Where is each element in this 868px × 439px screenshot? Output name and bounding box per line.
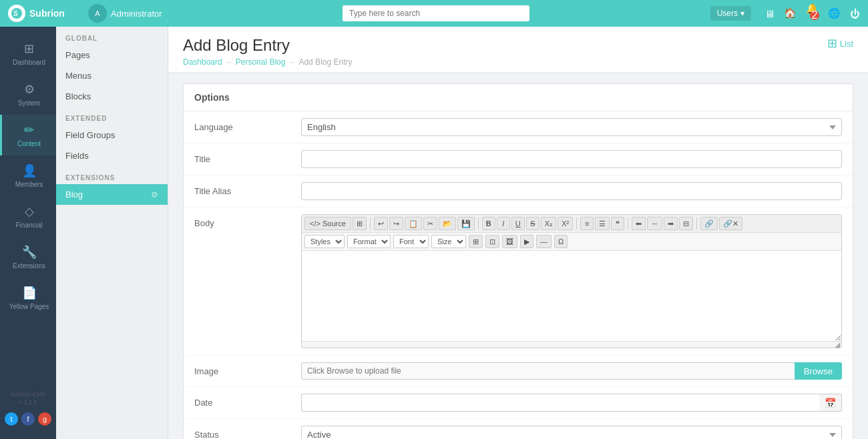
ordered-list-button[interactable]: ☰ <box>595 217 610 230</box>
title-alias-field <box>301 182 842 200</box>
copy-button[interactable]: 📋 <box>405 217 422 230</box>
subscript-button[interactable]: X₂ <box>541 217 556 230</box>
save-button[interactable]: 💾 <box>457 217 475 230</box>
sidebar-item-fields[interactable]: Fields <box>56 145 168 166</box>
browse-button[interactable]: Browse <box>795 362 842 380</box>
breadcrumb-current: Add Blog Entry <box>298 57 352 67</box>
breadcrumb-personal-blog[interactable]: Personal Blog <box>236 57 286 67</box>
sidebar-item-system[interactable]: ⚙ System <box>0 74 56 115</box>
users-chevron-icon: ▾ <box>740 9 744 18</box>
facebook-icon[interactable]: f <box>21 412 35 426</box>
extended-section-title: EXTENDED <box>56 107 168 125</box>
users-dropdown[interactable]: Users ▾ <box>710 6 751 21</box>
admin-avatar: A <box>88 4 107 23</box>
sep4 <box>628 217 628 230</box>
sidebar-item-pages[interactable]: Pages <box>56 45 168 65</box>
logo[interactable]: S Subrion <box>8 5 75 22</box>
users-label: Users <box>717 9 738 18</box>
sidebar-footer: Subrion CMSv 3.1.5 t f g <box>0 384 56 432</box>
notification-badge: 2 <box>810 11 819 20</box>
cut-button[interactable]: ✂ <box>423 217 437 230</box>
admin-info: A Administrator <box>88 4 162 23</box>
align-left-button[interactable]: ⬅ <box>632 217 646 230</box>
editor-body[interactable] <box>302 251 841 341</box>
topbar: S Subrion A Administrator Users ▾ 🖥 🏠 🔔 … <box>0 0 868 27</box>
underline-button[interactable]: U <box>511 217 525 230</box>
twitter-icon[interactable]: t <box>5 412 18 426</box>
table-button[interactable]: ⊞ <box>469 235 483 248</box>
language-field: English French German Spanish <box>301 118 842 136</box>
breadcrumb: Dashboard → Personal Blog → Add Blog Ent… <box>183 57 352 67</box>
undo-button[interactable]: ↩ <box>374 217 388 230</box>
sidebar-item-menus[interactable]: Menus <box>56 65 168 86</box>
version-text: Subrion CMSv 3.1.5 <box>10 390 46 407</box>
sidebar-item-blocks[interactable]: Blocks <box>56 86 168 107</box>
logo-icon: S <box>8 5 25 22</box>
font-select[interactable]: Font <box>393 235 429 248</box>
title-input[interactable] <box>301 150 842 168</box>
redo-button[interactable]: ↪ <box>389 217 403 230</box>
list-button[interactable]: ⊞ List <box>827 36 853 51</box>
title-alias-input[interactable] <box>301 182 842 200</box>
date-field: 2014-04-11 00:37:10 📅 <box>301 394 842 412</box>
content-icon: ✏ <box>24 123 34 137</box>
align-right-button[interactable]: ➡ <box>664 217 678 230</box>
table-insert-button[interactable]: ⊡ <box>485 235 499 248</box>
video-button[interactable]: ▶ <box>520 235 533 248</box>
gplus-icon[interactable]: g <box>38 412 51 426</box>
list-grid-icon: ⊞ <box>827 36 837 51</box>
breadcrumb-dashboard[interactable]: Dashboard <box>183 57 222 67</box>
power-icon[interactable]: ⏻ <box>850 8 860 19</box>
body-field: </> Source ⊞ ↩ ↪ 📋 ✂ 📂 💾 B I <box>301 214 842 348</box>
sidebar-item-extensions[interactable]: 🔧 Extensions <box>0 237 56 278</box>
date-label: Date <box>194 394 301 408</box>
blockquote-button[interactable]: ❝ <box>611 217 624 230</box>
format-select[interactable]: Format <box>347 235 391 248</box>
image-input[interactable] <box>301 362 795 380</box>
link-button[interactable]: 🔗 <box>700 217 718 230</box>
sidebar-label-dashboard: Dashboard <box>13 59 45 66</box>
sidebar-item-dashboard[interactable]: ⊞ Dashboard <box>0 33 56 74</box>
language-select[interactable]: English French German Spanish <box>301 118 842 136</box>
sidebar-item-financial[interactable]: ◇ Financial <box>0 196 56 237</box>
sidebar-item-content[interactable]: ✏ Content <box>0 115 56 155</box>
sidebar-label-financial: Financial <box>15 222 42 229</box>
flag-icon[interactable]: 🔔 2 <box>806 3 819 24</box>
page-header: Add Blog Entry Dashboard → Personal Blog… <box>168 27 868 73</box>
home-icon[interactable]: 🏠 <box>784 7 797 19</box>
sidebar-item-members[interactable]: 👤 Members <box>0 155 56 196</box>
title-row: Title <box>184 143 853 175</box>
extensions-section-title: EXTENSIONS <box>56 166 168 184</box>
align-center-button[interactable]: ↔ <box>647 217 662 230</box>
template-button[interactable]: ⊞ <box>353 217 367 230</box>
sep3 <box>576 217 577 230</box>
blog-gear-icon[interactable]: ⚙ <box>151 190 158 199</box>
superscript-button[interactable]: X² <box>558 217 573 230</box>
bold-button[interactable]: B <box>482 217 495 230</box>
search-input[interactable] <box>343 5 489 21</box>
image-insert-button[interactable]: 🖼 <box>502 235 517 248</box>
image-field: Browse <box>301 362 842 380</box>
image-row: Image Browse <box>184 356 853 387</box>
sidebar-item-field-groups[interactable]: Field Groups <box>56 125 168 145</box>
paste-button[interactable]: 📂 <box>439 217 456 230</box>
monitor-icon[interactable]: 🖥 <box>765 8 775 19</box>
calendar-button[interactable]: 📅 <box>819 394 842 412</box>
horizontal-rule-button[interactable]: — <box>536 235 552 248</box>
italic-button[interactable]: I <box>497 217 510 230</box>
unlink-button[interactable]: 🔗✕ <box>719 217 742 230</box>
globe-icon[interactable]: 🌐 <box>828 7 841 19</box>
source-button[interactable]: </> Source <box>304 217 351 230</box>
align-justify-button[interactable]: ⊟ <box>679 217 693 230</box>
editor-wrapper: </> Source ⊞ ↩ ↪ 📋 ✂ 📂 💾 B I <box>301 214 842 348</box>
size-select[interactable]: Size <box>431 235 466 248</box>
date-input[interactable]: 2014-04-11 00:37:10 <box>301 394 819 412</box>
breadcrumb-arrow-2: → <box>288 57 296 67</box>
strikethrough-button[interactable]: S <box>526 217 539 230</box>
special-char-button[interactable]: Ω <box>554 235 568 248</box>
unordered-list-button[interactable]: ≡ <box>580 217 594 230</box>
sidebar-item-yellow-pages[interactable]: 📄 Yellow Pages <box>0 278 56 318</box>
status-select[interactable]: Active Inactive Pending <box>301 426 842 439</box>
styles-select[interactable]: Styles <box>304 235 345 248</box>
sidebar-item-blog[interactable]: Blog ⚙ <box>56 184 168 205</box>
